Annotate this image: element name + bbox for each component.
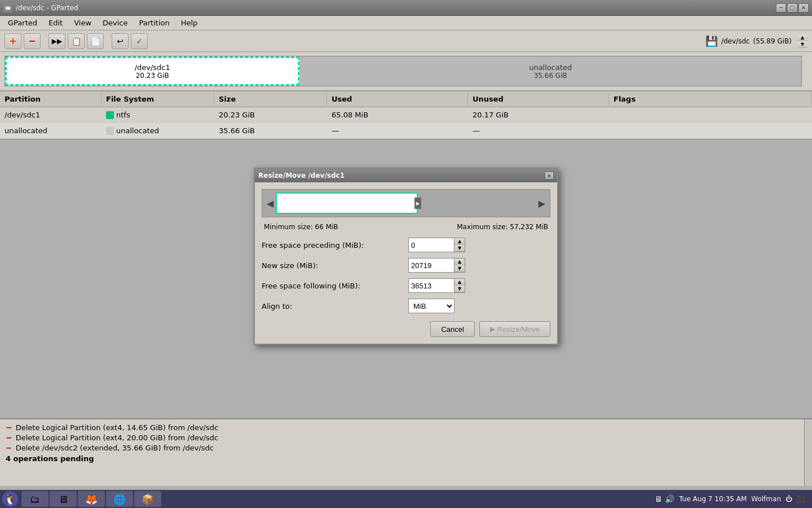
window-title: /dev/sdc - GParted [16, 4, 78, 12]
drive-icon: 💾 [705, 35, 718, 47]
menu-item-device[interactable]: Device [97, 17, 133, 28]
delete-partition-button[interactable]: − [24, 33, 41, 49]
new-size-label: New size (MiB): [262, 261, 408, 270]
network-tray-icon[interactable]: 🖥 [655, 494, 663, 503]
resize-right-arrow[interactable]: ▶ [536, 198, 548, 209]
free-following-up[interactable]: ▲ [454, 279, 465, 286]
dialog-overlay: Resize/Move /dev/sdc1 ✕ ◀ ▶ ▶ Minimum si [0, 139, 812, 436]
display-icon[interactable]: ⬛ [797, 495, 805, 503]
table-row[interactable]: unallocated unallocated 35.66 GiB — — [0, 123, 812, 139]
table-row[interactable]: /dev/sdc1 ntfs 20.23 GiB 65.08 MiB 20.17… [0, 107, 812, 123]
cell-fs-0: ntfs [102, 108, 214, 121]
cell-flags-0 [609, 108, 812, 121]
resize-right-handle[interactable]: ▶ [414, 198, 421, 209]
log-entry-2: − Delete /dev/sdc2 (extended, 35.66 GiB)… [6, 443, 806, 452]
free-preceding-spinner: ▲ ▼ [454, 238, 465, 252]
power-icon[interactable]: ⏻ [785, 495, 792, 503]
fs-color-icon-0 [106, 111, 114, 119]
min-size-label: Minimum size: 66 MiB [264, 223, 338, 231]
cell-size-1: 35.66 GiB [214, 124, 327, 137]
cell-used-1: — [327, 124, 468, 137]
menu-item-edit[interactable]: Edit [43, 17, 68, 28]
col-header-size: Size [214, 93, 327, 106]
cell-unused-0: 20.17 GiB [468, 108, 609, 121]
free-preceding-input[interactable] [409, 238, 454, 252]
cell-unused-1: — [468, 124, 609, 137]
align-select[interactable]: MiB Cylinder None [409, 299, 454, 313]
new-size-down[interactable]: ▼ [454, 265, 465, 272]
apply-all-button[interactable]: ▶▶ [48, 33, 65, 49]
col-header-filesystem: File System [102, 93, 214, 106]
resize-move-button[interactable]: ▶ Resize/Move [479, 321, 550, 337]
cell-flags-1 [609, 124, 812, 137]
sound-tray-icon[interactable]: 🔊 [665, 494, 674, 503]
cell-used-0: 65.08 MiB [327, 108, 468, 121]
map-unallocated[interactable]: unallocated 35.66 GiB [299, 56, 801, 86]
free-following-row: Free space following (MiB): ▲ ▼ [262, 278, 550, 293]
device-selector: 💾 /dev/sdc (55.89 GiB) ▲ ▼ [705, 34, 807, 48]
partition-map: /dev/sdc1 20.23 GiB unallocated 35.66 Gi… [0, 52, 812, 91]
resize-partition-bar[interactable]: ▶ [276, 192, 418, 214]
svg-rect-1 [6, 7, 10, 10]
align-row: Align to: MiB Cylinder None [262, 299, 550, 313]
device-down-button[interactable]: ▼ [797, 41, 807, 48]
taskbar-right: 🖥 🔊 Tue Aug 7 10:35 AM Wolfman ⏻ ⬛ [655, 494, 810, 503]
cell-partition-0: /dev/sdc1 [0, 108, 102, 121]
size-info: Minimum size: 66 MiB Maximum size: 57,23… [262, 223, 550, 231]
new-size-up[interactable]: ▲ [454, 259, 465, 265]
copy-button[interactable]: 📋 [68, 33, 85, 49]
menu-item-help[interactable]: Help [175, 17, 204, 28]
workspace: Resize/Move /dev/sdc1 ✕ ◀ ▶ ▶ Minimum si [0, 139, 812, 436]
device-up-button[interactable]: ▲ [797, 34, 807, 41]
new-size-input-container: ▲ ▼ [408, 258, 465, 273]
undo-button[interactable]: ↩ [112, 33, 129, 49]
free-preceding-down[interactable]: ▼ [454, 245, 465, 252]
menubar: GPartedEditViewDevicePartitionHelp [0, 16, 812, 30]
free-preceding-up[interactable]: ▲ [454, 238, 465, 245]
dialog-titlebar: Resize/Move /dev/sdc1 ✕ [255, 169, 557, 182]
new-partition-button[interactable]: + [5, 33, 21, 49]
paste-button[interactable]: 📄 [87, 33, 104, 49]
menu-item-partition[interactable]: Partition [134, 17, 175, 28]
start-button[interactable]: 🐧 [2, 491, 18, 507]
clock: Tue Aug 7 10:35 AM [679, 495, 747, 503]
taskbar-browser-button[interactable]: 🌐 [106, 491, 133, 507]
free-preceding-row: Free space preceding (MiB): ▲ ▼ [262, 238, 550, 252]
dialog-buttons: Cancel ▶ Resize/Move [262, 321, 550, 337]
free-preceding-label: Free space preceding (MiB): [262, 241, 408, 249]
taskbar-installer-button[interactable]: 📦 [134, 491, 161, 507]
device-size: (55.89 GiB) [753, 37, 792, 45]
menu-item-gparted[interactable]: GParted [2, 17, 43, 28]
resize-move-icon: ▶ [490, 325, 495, 333]
free-following-input[interactable] [409, 279, 454, 292]
minimize-button[interactable]: ─ [776, 3, 786, 12]
map-partition-sdc1[interactable]: /dev/sdc1 20.23 GiB [5, 56, 299, 86]
maximize-button[interactable]: □ [787, 3, 797, 12]
close-button[interactable]: ✕ [798, 3, 809, 12]
titlebar: /dev/sdc - GParted ─ □ ✕ [0, 0, 812, 16]
taskbar-firefox-button[interactable]: 🦊 [78, 491, 105, 507]
table-header: Partition File System Size Used Unused F… [0, 91, 812, 107]
free-following-spinner: ▲ ▼ [454, 279, 465, 292]
new-size-row: New size (MiB): ▲ ▼ [262, 258, 550, 273]
new-size-input[interactable] [409, 259, 454, 272]
cell-size-0: 20.23 GiB [214, 108, 327, 121]
dialog-close-button[interactable]: ✕ [545, 172, 554, 179]
align-select-container: MiB Cylinder None [408, 299, 454, 313]
check-button[interactable]: ✓ [131, 33, 148, 49]
free-following-input-container: ▲ ▼ [408, 278, 465, 293]
max-size-label: Maximum size: 57,232 MiB [457, 223, 548, 231]
cancel-button[interactable]: Cancel [430, 321, 474, 337]
menu-item-view[interactable]: View [68, 17, 97, 28]
system-tray: 🖥 🔊 [655, 494, 674, 503]
taskbar-terminal-button[interactable]: 🖥 [50, 491, 77, 507]
device-name: /dev/sdc [721, 37, 750, 45]
taskbar-files-button[interactable]: 🗂 [21, 491, 48, 507]
cell-fs-1: unallocated [102, 124, 214, 137]
col-header-partition: Partition [0, 93, 102, 106]
partition-table: Partition File System Size Used Unused F… [0, 91, 812, 139]
cell-partition-1: unallocated [0, 124, 102, 137]
resize-left-arrow[interactable]: ◀ [264, 198, 276, 209]
free-following-down[interactable]: ▼ [454, 286, 465, 292]
resize-dialog: Resize/Move /dev/sdc1 ✕ ◀ ▶ ▶ Minimum si [254, 168, 558, 345]
